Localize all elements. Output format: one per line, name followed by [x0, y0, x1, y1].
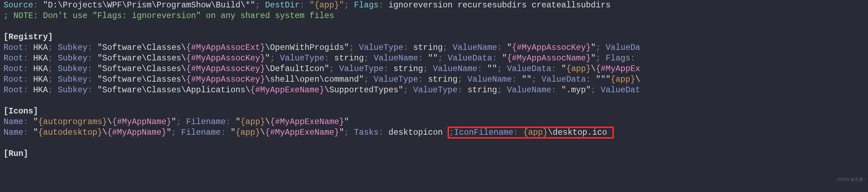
prop-subkey: Subkey: [58, 54, 88, 63]
section-icons: [Icons]: [4, 107, 38, 116]
macro: {#MyAppName}: [112, 117, 172, 127]
macro: {#MyAppAssocExt}: [186, 43, 265, 52]
prop-destdir: DestDir: [265, 1, 300, 10]
section-run: [Run]: [4, 149, 28, 158]
prop-valuetype: ValueType: [413, 86, 457, 95]
code-line: Root: HKA; Subkey: "Software\Classes\{#M…: [4, 43, 640, 52]
macro: {#MyAppExeName}: [265, 128, 339, 137]
prop-subkey: Subkey: [58, 64, 88, 74]
prop-valuedata-cut: ValueDa: [606, 43, 640, 52]
macro-cut: {#MyAppEx: [596, 64, 640, 74]
prop-source: Source: [4, 1, 33, 10]
macro: {#MyAppAssocKey}: [186, 54, 265, 63]
prop-valuetype: ValueType: [374, 75, 418, 84]
macro: {#MyAppExeName}: [250, 86, 324, 95]
macro: "{app}": [310, 1, 344, 10]
prop-valuedata: ValueData: [448, 54, 492, 63]
prop-flags: Flags: [606, 54, 630, 63]
code-line: Root: HKA; Subkey: "Software\Classes\App…: [4, 86, 640, 95]
macro: {autodesktop}: [38, 128, 102, 137]
prop-tasks: Tasks: [354, 128, 379, 137]
prop-valuedata: ValueData: [507, 64, 551, 74]
prop-root: Root: [4, 64, 23, 74]
macro: {app}: [611, 75, 635, 84]
code-line: Root: HKA; Subkey: "Software\Classes\{#M…: [4, 54, 635, 63]
prop-valuename: ValueName: [374, 54, 418, 63]
prop-valuetype: ValueType: [339, 64, 384, 74]
prop-name: Name: [4, 128, 23, 137]
prop-name: Name: [4, 117, 23, 127]
prop-filename: Filename: [186, 117, 226, 127]
prop-iconfilename: IconFilename: [454, 128, 513, 137]
prop-valuename: ValueName: [433, 64, 477, 74]
macro: {#MyAppExeName}: [270, 117, 344, 127]
prop-valuedata-cut: ValueDat: [601, 86, 640, 95]
macro: {app}: [235, 128, 260, 137]
prop-subkey: Subkey: [58, 86, 88, 95]
prop-root: Root: [4, 75, 23, 84]
code-line: Name: "{autoprograms}\{#MyAppName}"; Fil…: [4, 117, 349, 127]
prop-root: Root: [4, 43, 23, 52]
code-line: Root: HKA; Subkey: "Software\Classes\{#M…: [4, 75, 640, 84]
macro: {#MyAppName}: [107, 128, 167, 137]
annotation-highlight: ;IconFilename: {app}\desktop.ico: [448, 127, 613, 139]
prop-subkey: Subkey: [58, 43, 88, 52]
comment-line: ; NOTE: Don't use "Flags: ignoreversion"…: [4, 11, 334, 21]
section-registry: [Registry]: [4, 33, 53, 42]
macro: {app}: [566, 64, 591, 74]
prop-subkey: Subkey: [58, 75, 88, 84]
prop-valuename: ValueName: [507, 86, 551, 95]
prop-valuename: ValueName: [453, 43, 497, 52]
code-editor[interactable]: Source: "D:\Projects\WPF\Prism\ProgramSh…: [0, 0, 868, 159]
prop-valuetype: ValueType: [359, 43, 403, 52]
code-line: Name: "{autodesktop}\{#MyAppName}"; File…: [4, 127, 614, 139]
watermark: CSDN @无题~: [838, 177, 865, 182]
prop-valuename: ValueName: [467, 75, 512, 84]
macro: {autoprograms}: [38, 117, 107, 127]
macro: {app}: [240, 117, 265, 127]
comment-text: Don't use "Flags: ignoreversion" on any …: [38, 11, 334, 21]
code-line: Root: HKA; Subkey: "Software\Classes\{#M…: [4, 64, 640, 74]
prop-root: Root: [4, 86, 23, 95]
comment-marker: ; NOTE:: [4, 11, 38, 21]
prop-root: Root: [4, 54, 23, 63]
prop-filename: Filename: [181, 128, 221, 137]
macro: {#MyAppAssocKey}: [186, 75, 265, 84]
macro: {app}: [523, 128, 548, 137]
flags-value: ignoreversion recursesubdirs createallsu…: [389, 1, 611, 10]
path-string: "D:\Projects\WPF\Prism\ProgramShow\Build…: [43, 1, 255, 10]
prop-flags: Flags: [354, 1, 379, 10]
prop-valuetype: ValueType: [280, 54, 324, 63]
prop-valuedata: ValueData: [541, 75, 586, 84]
code-line: Source: "D:\Projects\WPF\Prism\ProgramSh…: [4, 1, 611, 10]
macro: {#MyAppAssocKey}: [186, 64, 265, 74]
